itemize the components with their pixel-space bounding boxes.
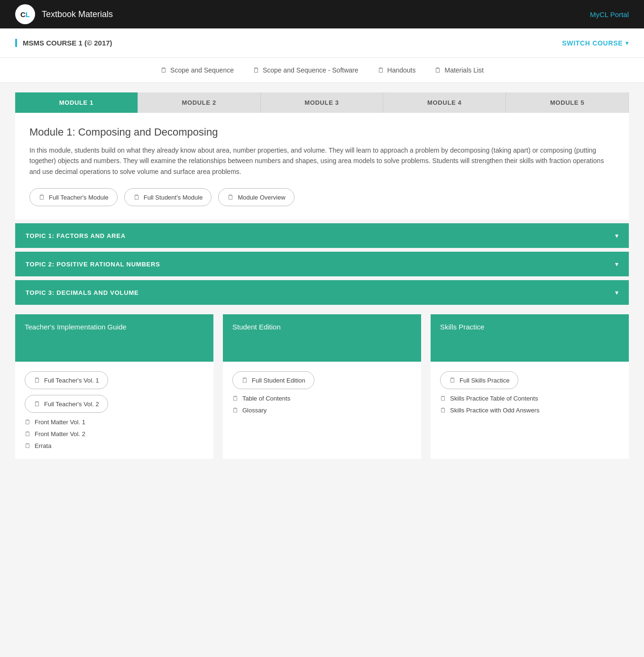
chevron-down-icon: ▾ <box>615 289 618 296</box>
chevron-down-icon: ▾ <box>615 232 618 239</box>
document-icon: 🗒 <box>232 395 239 402</box>
link-label: Front Matter Vol. 2 <box>35 430 85 438</box>
link-label: Errata <box>35 442 51 449</box>
full-teachers-module-button[interactable]: 🗒 Full Teacher's Module <box>29 188 118 206</box>
nav-tab-label: Handouts <box>387 66 416 74</box>
table-of-contents-link[interactable]: 🗒 Table of Contents <box>232 395 412 402</box>
document-icon: 🗒 <box>227 193 234 201</box>
document-icon: 🗒 <box>440 407 446 414</box>
topic-label: TOPIC 2: POSITIVE RATIONAL NUMBERS <box>26 261 160 268</box>
module-tab-3[interactable]: MODULE 3 <box>261 92 384 113</box>
button-label: Full Student's Module <box>144 194 203 201</box>
card-title: Teacher's Implementation Guide <box>25 323 127 331</box>
app-header: CL Textbook Materials MyCL Portal <box>0 0 644 28</box>
glossary-link[interactable]: 🗒 Glossary <box>232 407 412 414</box>
link-label: Skills Practice with Odd Answers <box>450 407 540 414</box>
button-label: Full Teacher's Vol. 2 <box>44 401 99 408</box>
button-label: Module Overview <box>238 194 285 201</box>
document-icon: 🗒 <box>434 66 441 74</box>
cards-area: Teacher's Implementation Guide 🗒 Full Te… <box>15 314 629 459</box>
document-icon: 🗒 <box>25 442 31 449</box>
card-header: Skills Practice <box>431 314 629 362</box>
button-label: Full Skills Practice <box>460 377 509 384</box>
document-icon: 🗒 <box>232 407 239 414</box>
card-header: Student Edition <box>223 314 421 362</box>
module-tab-5[interactable]: MODULE 5 <box>506 92 629 113</box>
card-title: Student Edition <box>232 323 281 331</box>
button-label: Full Teacher's Vol. 1 <box>44 377 99 384</box>
module-tab-1[interactable]: MODULE 1 <box>15 92 138 113</box>
nav-tab-handouts[interactable]: 🗒 Handouts <box>377 66 416 74</box>
full-teachers-vol1-button[interactable]: 🗒 Full Teacher's Vol. 1 <box>25 371 108 389</box>
document-icon: 🗒 <box>377 66 384 74</box>
topic-1[interactable]: TOPIC 1: FACTORS AND AREA ▾ <box>15 223 629 248</box>
document-icon: 🗒 <box>25 419 31 426</box>
card-body: 🗒 Full Teacher's Vol. 1 🗒 Full Teacher's… <box>15 362 213 459</box>
errata-link[interactable]: 🗒 Errata <box>25 442 204 449</box>
document-icon: 🗒 <box>449 376 456 384</box>
module-title: Module 1: Composing and Decomposing <box>29 126 615 138</box>
link-label: Table of Contents <box>242 395 290 402</box>
nav-tab-label: Materials List <box>444 66 483 74</box>
skills-practice-toc-link[interactable]: 🗒 Skills Practice Table of Contents <box>440 395 619 402</box>
front-matter-vol1-link[interactable]: 🗒 Front Matter Vol. 1 <box>25 419 204 426</box>
course-bar: MSMS COURSE 1 (© 2017) SWITCH COURSE ▾ <box>0 28 644 58</box>
nav-tab-materials-list[interactable]: 🗒 Materials List <box>434 66 483 74</box>
document-icon: 🗒 <box>241 376 248 384</box>
module-tab-4[interactable]: MODULE 4 <box>383 92 506 113</box>
nav-tabs: 🗒 Scope and Sequence 🗒 Scope and Sequenc… <box>0 58 644 83</box>
course-name: MSMS COURSE 1 (© 2017) <box>15 39 112 47</box>
student-edition-card: Student Edition 🗒 Full Student Edition 🗒… <box>223 314 421 459</box>
logo: CL <box>15 4 35 24</box>
link-label: Front Matter Vol. 1 <box>35 419 85 426</box>
button-label: Full Student Edition <box>252 377 305 384</box>
module-overview-button[interactable]: 🗒 Module Overview <box>218 188 294 206</box>
document-icon: 🗒 <box>440 395 446 402</box>
document-icon: 🗒 <box>25 430 31 438</box>
topic-label: TOPIC 1: FACTORS AND AREA <box>26 232 126 239</box>
nav-tab-scope-sequence[interactable]: 🗒 Scope and Sequence <box>160 66 234 74</box>
card-title: Skills Practice <box>440 323 484 331</box>
document-icon: 🗒 <box>133 193 140 201</box>
nav-tab-scope-sequence-software[interactable]: 🗒 Scope and Sequence - Software <box>253 66 359 74</box>
document-icon: 🗒 <box>160 66 167 74</box>
header-left: CL Textbook Materials <box>15 4 113 24</box>
module-description: In this module, students build on what t… <box>29 145 615 177</box>
topic-3[interactable]: TOPIC 3: DECIMALS AND VOLUME ▾ <box>15 280 629 305</box>
full-students-module-button[interactable]: 🗒 Full Student's Module <box>124 188 212 206</box>
document-icon: 🗒 <box>253 66 259 74</box>
chevron-down-icon: ▾ <box>615 260 618 268</box>
document-icon: 🗒 <box>38 193 45 201</box>
full-skills-practice-button[interactable]: 🗒 Full Skills Practice <box>440 371 518 389</box>
topic-2[interactable]: TOPIC 2: POSITIVE RATIONAL NUMBERS ▾ <box>15 252 629 276</box>
module-content: Module 1: Composing and Decomposing In t… <box>15 113 629 219</box>
module-tabs: MODULE 1 MODULE 2 MODULE 3 MODULE 4 MODU… <box>15 92 629 113</box>
nav-tab-label: Scope and Sequence - Software <box>263 66 359 74</box>
full-teachers-vol2-button[interactable]: 🗒 Full Teacher's Vol. 2 <box>25 395 108 413</box>
mycl-portal-link[interactable]: MyCL Portal <box>590 10 629 18</box>
button-label: Full Teacher's Module <box>49 194 109 201</box>
full-student-edition-button[interactable]: 🗒 Full Student Edition <box>232 371 314 389</box>
link-label: Glossary <box>242 407 267 414</box>
chevron-down-icon: ▾ <box>626 40 629 46</box>
skills-practice-odd-answers-link[interactable]: 🗒 Skills Practice with Odd Answers <box>440 407 619 414</box>
front-matter-vol2-link[interactable]: 🗒 Front Matter Vol. 2 <box>25 430 204 438</box>
card-body: 🗒 Full Student Edition 🗒 Table of Conten… <box>223 362 421 423</box>
topics-area: TOPIC 1: FACTORS AND AREA ▾ TOPIC 2: POS… <box>15 223 629 305</box>
app-title: Textbook Materials <box>42 9 113 19</box>
module-buttons: 🗒 Full Teacher's Module 🗒 Full Student's… <box>29 188 615 206</box>
teachers-guide-card: Teacher's Implementation Guide 🗒 Full Te… <box>15 314 213 459</box>
card-body: 🗒 Full Skills Practice 🗒 Skills Practice… <box>431 362 629 423</box>
switch-course-label: SWITCH COURSE <box>562 39 623 47</box>
switch-course-button[interactable]: SWITCH COURSE ▾ <box>562 39 629 47</box>
skills-practice-card: Skills Practice 🗒 Full Skills Practice 🗒… <box>431 314 629 459</box>
topic-label: TOPIC 3: DECIMALS AND VOLUME <box>26 289 139 296</box>
nav-tab-label: Scope and Sequence <box>170 66 234 74</box>
card-header: Teacher's Implementation Guide <box>15 314 213 362</box>
link-label: Skills Practice Table of Contents <box>450 395 538 402</box>
module-tab-2[interactable]: MODULE 2 <box>138 92 261 113</box>
document-icon: 🗒 <box>34 400 40 408</box>
document-icon: 🗒 <box>34 376 40 384</box>
